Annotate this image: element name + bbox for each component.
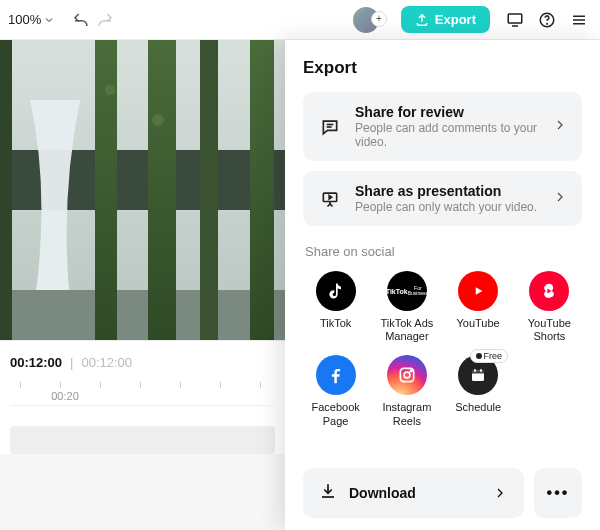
svg-point-15 — [105, 85, 115, 95]
social-label: Instagram Reels — [374, 401, 439, 427]
svg-point-14 — [152, 114, 164, 126]
ellipsis-icon: ••• — [547, 484, 570, 502]
tiktok-ads-icon: TikTokFor Business — [387, 271, 427, 311]
share-presentation-title: Share as presentation — [355, 183, 552, 199]
timeline: 00:12:00 | 00:12:00 00:20 — [0, 340, 285, 454]
add-user-icon[interactable]: + — [371, 11, 387, 27]
video-canvas[interactable] — [0, 40, 285, 340]
svg-rect-13 — [0, 40, 12, 340]
undo-icon — [72, 11, 90, 29]
free-badge: Free — [470, 349, 509, 363]
timeline-track[interactable] — [10, 426, 275, 454]
chevron-down-icon — [43, 14, 55, 26]
youtube-shorts-icon — [529, 271, 569, 311]
social-grid: TikTok TikTokFor Business TikTok Ads Man… — [303, 271, 582, 428]
download-label: Download — [349, 485, 492, 501]
svg-point-23 — [404, 372, 410, 378]
svg-rect-11 — [200, 40, 218, 340]
current-time: 00:12:00 — [10, 355, 62, 370]
presentation-icon — [317, 186, 343, 212]
social-tiktok-ads[interactable]: TikTokFor Business TikTok Ads Manager — [374, 271, 439, 343]
social-schedule[interactable]: Free Schedule — [446, 355, 511, 427]
schedule-icon: Free — [458, 355, 498, 395]
export-button[interactable]: Export — [401, 6, 490, 33]
svg-rect-9 — [95, 40, 117, 340]
social-label: YouTube Shorts — [517, 317, 582, 343]
svg-rect-0 — [508, 14, 522, 23]
social-tiktok[interactable]: TikTok — [303, 271, 368, 343]
device-icon — [506, 11, 524, 29]
social-label: TikTok — [320, 317, 351, 330]
download-icon — [319, 482, 337, 504]
social-label: Schedule — [455, 401, 501, 414]
social-label: Facebook Page — [303, 401, 368, 427]
video-placeholder — [0, 40, 285, 340]
comment-icon — [317, 114, 343, 140]
svg-rect-8 — [0, 290, 285, 340]
panel-title: Export — [303, 58, 582, 78]
chevron-right-icon — [492, 485, 508, 501]
redo-button — [93, 8, 117, 32]
share-review-title: Share for review — [355, 104, 552, 120]
social-youtube[interactable]: YouTube — [446, 271, 511, 343]
social-facebook[interactable]: Facebook Page — [303, 355, 368, 427]
export-panel: Export Share for review People can add c… — [285, 40, 600, 530]
tiktok-icon — [316, 271, 356, 311]
total-time: 00:12:00 — [81, 355, 132, 370]
facebook-icon — [316, 355, 356, 395]
youtube-icon — [458, 271, 498, 311]
chevron-right-icon — [552, 117, 568, 137]
share-review-sub: People can add comments to your video. — [355, 121, 552, 149]
share-on-social-label: Share on social — [305, 244, 582, 259]
device-preview-button[interactable] — [502, 7, 528, 33]
more-options-button[interactable]: ••• — [534, 468, 582, 518]
export-up-icon — [415, 13, 429, 27]
social-label: TikTok Ads Manager — [374, 317, 439, 343]
share-presentation-sub: People can only watch your video. — [355, 200, 552, 214]
menu-icon — [570, 11, 588, 29]
editor-area: 00:12:00 | 00:12:00 00:20 — [0, 40, 285, 530]
topbar: 100% + Export — [0, 0, 600, 40]
export-button-label: Export — [435, 12, 476, 27]
svg-marker-20 — [476, 287, 483, 295]
zoom-label: 100% — [8, 12, 41, 27]
undo-button[interactable] — [69, 8, 93, 32]
instagram-icon — [387, 355, 427, 395]
social-instagram[interactable]: Instagram Reels — [374, 355, 439, 427]
svg-rect-26 — [472, 371, 484, 374]
account-avatar[interactable]: + — [353, 7, 379, 33]
menu-button[interactable] — [566, 7, 592, 33]
zoom-selector[interactable]: 100% — [8, 12, 55, 27]
svg-rect-10 — [148, 40, 176, 340]
time-separator: | — [70, 355, 73, 370]
timeline-ruler[interactable]: 00:20 — [10, 382, 275, 406]
svg-rect-12 — [250, 40, 274, 340]
redo-icon — [96, 11, 114, 29]
time-display: 00:12:00 | 00:12:00 — [10, 355, 275, 370]
svg-marker-19 — [329, 195, 332, 198]
download-button[interactable]: Download — [303, 468, 524, 518]
social-youtube-shorts[interactable]: YouTube Shorts — [517, 271, 582, 343]
svg-point-24 — [410, 370, 412, 372]
social-label: YouTube — [457, 317, 500, 330]
chevron-right-icon — [552, 189, 568, 209]
help-button[interactable] — [534, 7, 560, 33]
help-icon — [538, 11, 556, 29]
share-as-presentation-card[interactable]: Share as presentation People can only wa… — [303, 171, 582, 226]
ruler-tick-label: 00:20 — [51, 390, 79, 402]
share-for-review-card[interactable]: Share for review People can add comments… — [303, 92, 582, 161]
svg-point-2 — [547, 23, 548, 24]
